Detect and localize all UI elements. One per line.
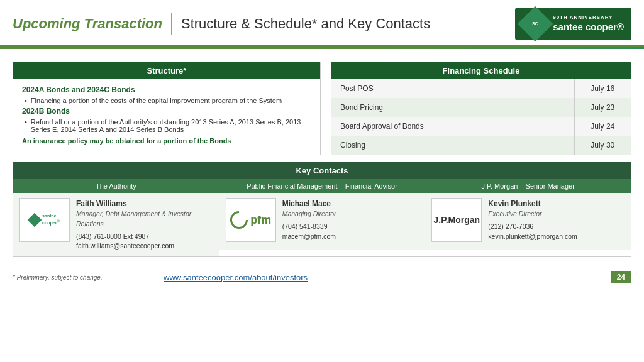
schedule-table-header: Financing Schedule (331, 62, 631, 79)
schedule-table: Financing Schedule Post POSJuly 16Bond P… (331, 62, 631, 155)
schedule-row-date: July 16 (574, 79, 631, 98)
contact-card: J.P.Morgan Kevin Plunkett Executive Dire… (425, 193, 631, 250)
contacts-body: The Authority santeecooper® Faith Willia… (13, 179, 631, 256)
contact-card: santeecooper® Faith Williams Manager, De… (13, 193, 219, 256)
contact-name: Faith Williams (76, 198, 213, 209)
pfm-circle-icon (226, 207, 252, 233)
structure-bullet-1-text: Financing a portion of the costs of the … (31, 97, 282, 104)
footer-note: * Preliminary, subject to change. (13, 274, 138, 281)
schedule-row-date: July 30 (574, 136, 631, 155)
schedule-row-date: July 24 (574, 117, 631, 136)
contact-info: Michael Mace Managing Director (704) 541… (282, 198, 336, 241)
structure-bullet-2: • Refund all or a portion of the Authori… (22, 118, 311, 133)
contacts-section: Key Contacts The Authority santeecooper®… (13, 162, 631, 257)
contact-title: Executive Director (488, 209, 577, 219)
contact-phone: (212) 270-7036 (488, 222, 577, 232)
logo-text: 90TH ANNIVERSARY santee cooper® (553, 14, 624, 33)
contact-logo-box: J.P.Morgan (431, 198, 482, 242)
contact-sub-header: The Authority (13, 179, 219, 193)
structure-bullet-2-text: Refund all or a portion of the Authority… (31, 118, 311, 133)
schedule-row-label: Post POS (331, 79, 574, 98)
contact-title: Managing Director (282, 209, 336, 219)
structure-heading-2: 2024B Bonds (22, 107, 311, 116)
bullet-icon: • (25, 97, 27, 104)
contact-info: Kevin Plunkett Executive Director (212) … (488, 198, 577, 241)
company-name: santee cooper® (553, 21, 624, 32)
santee-cooper-logo: SC 90TH ANNIVERSARY santee cooper® (515, 8, 631, 40)
contact-sub-header: Public Financial Management – Financial … (219, 179, 425, 193)
contacts-header: Key Contacts (13, 162, 631, 179)
page-footer: * Preliminary, subject to change. www.sa… (0, 267, 644, 287)
jpmorgan-logo: J.P.Morgan (434, 215, 480, 225)
contact-card: pfm Michael Mace Managing Director (704)… (219, 193, 425, 250)
anniversary-text: 90TH ANNIVERSARY (553, 14, 624, 21)
contact-logo-box: santeecooper® (19, 198, 70, 242)
santee-logo: santeecooper® (30, 214, 60, 226)
contact-email: kevin.plunkett@jpmorgan.com (488, 232, 577, 242)
logo-diamond: SC (518, 6, 553, 42)
structure-bullet-1: • Financing a portion of the costs of th… (22, 97, 311, 104)
contact-email: macem@pfm.com (282, 232, 336, 242)
structure-panel-body: 2024A Bonds and 2024C Bonds • Financing … (13, 79, 320, 151)
page-number: 24 (611, 271, 631, 283)
pfm-text: pfm (250, 214, 271, 227)
structure-heading-1: 2024A Bonds and 2024C Bonds (22, 85, 311, 94)
schedule-row-label: Board Approval of Bonds (331, 117, 574, 136)
pfm-logo: pfm (230, 211, 271, 229)
structure-panel-header: Structure* (13, 62, 320, 79)
contact-logo-box: pfm (226, 198, 276, 242)
contact-name: Michael Mace (282, 198, 336, 209)
contact-phone: (704) 541-8339 (282, 222, 336, 232)
page-header: Upcoming Transaction Structure & Schedul… (0, 0, 644, 47)
contact-column: Public Financial Management – Financial … (219, 179, 426, 256)
schedule-row-date: July 23 (574, 98, 631, 117)
financing-schedule-panel: Financing Schedule Post POSJuly 16Bond P… (331, 62, 631, 155)
contact-column: The Authority santeecooper® Faith Willia… (13, 179, 219, 256)
header-title-dark: Structure & Schedule* and Key Contacts (181, 16, 430, 32)
schedule-row-label: Bond Pricing (331, 98, 574, 117)
header-divider (171, 13, 172, 35)
contact-column: J.P. Morgan – Senior ManagerJ.P.Morgan K… (425, 179, 631, 256)
structure-panel: Structure* 2024A Bonds and 2024C Bonds •… (13, 62, 321, 155)
contact-name: Kevin Plunkett (488, 198, 577, 209)
structure-note: An insurance policy may be obtained for … (22, 137, 311, 145)
accent-line (0, 47, 644, 49)
contact-email: faith.williams@santeecooper.com (76, 241, 213, 251)
contact-sub-header: J.P. Morgan – Senior Manager (425, 179, 631, 193)
contact-title: Manager, Debt Management & Investor Rela… (76, 209, 213, 229)
schedule-row-label: Closing (331, 136, 574, 155)
header-title-green: Upcoming Transaction (13, 16, 162, 32)
contact-phone: (843) 761-8000 Ext 4987 (76, 232, 213, 242)
bullet-icon-2: • (25, 118, 27, 126)
footer-url[interactable]: www.santeecooper.com/about/investors (164, 273, 308, 282)
top-panels: Structure* 2024A Bonds and 2024C Bonds •… (13, 62, 631, 155)
contact-info: Faith Williams Manager, Debt Management … (76, 198, 213, 251)
main-content: Structure* 2024A Bonds and 2024C Bonds •… (0, 55, 644, 263)
